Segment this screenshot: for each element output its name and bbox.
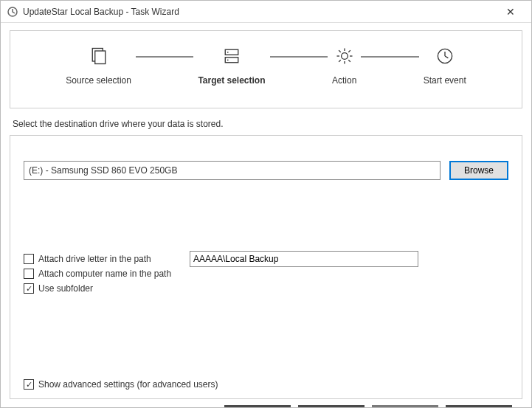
advanced-label: Show advanced settings (for advanced use…	[38, 379, 218, 390]
gear-icon	[333, 44, 356, 68]
body-panel: Browse Attach drive letter in the path A…	[10, 135, 522, 399]
app-icon	[7, 6, 18, 18]
attach-computer-label: Attach computer name in the path	[38, 269, 171, 279]
step-action-label: Action	[332, 75, 356, 86]
destination-input[interactable]	[24, 161, 441, 180]
svg-line-14	[339, 60, 341, 62]
svg-point-7	[341, 53, 348, 60]
advanced-row: Show advanced settings (for advanced use…	[24, 379, 218, 390]
attach-drive-checkbox[interactable]	[24, 254, 34, 264]
attach-computer-checkbox[interactable]	[24, 269, 34, 279]
advanced-checkbox[interactable]	[24, 379, 34, 390]
documents-icon	[87, 44, 111, 68]
titlebar: UpdateStar Local Backup - Task Wizard ✕	[1, 1, 531, 23]
footer-buttons: < Back Next > Complete Cancel	[10, 401, 522, 408]
svg-line-15	[348, 50, 350, 52]
browse-button[interactable]: Browse	[449, 161, 508, 180]
options-group: Attach drive letter in the path Attach c…	[24, 254, 508, 298]
svg-point-5	[227, 52, 229, 53]
use-subfolder-label: Use subfolder	[38, 283, 93, 294]
next-button[interactable]: Next >	[298, 405, 365, 408]
svg-line-13	[348, 60, 350, 62]
cancel-button[interactable]: Cancel	[446, 405, 512, 408]
window-title: UpdateStar Local Backup - Task Wizard	[23, 7, 496, 17]
subfolder-input[interactable]	[190, 251, 418, 267]
step-action[interactable]: Action	[328, 44, 361, 86]
step-target-label: Target selection	[198, 75, 265, 86]
svg-rect-2	[94, 51, 105, 64]
attach-drive-label: Attach drive letter in the path	[38, 254, 151, 264]
svg-line-18	[445, 56, 448, 58]
drive-icon	[220, 44, 243, 68]
use-subfolder-checkbox[interactable]	[24, 283, 34, 294]
complete-button: Complete	[372, 405, 438, 408]
content-area: Source selection Target selection Action…	[1, 23, 531, 408]
destination-row: Browse	[24, 161, 508, 180]
svg-point-6	[227, 59, 229, 60]
instruction-text: Select the destination drive where your …	[13, 119, 522, 129]
back-button[interactable]: < Back	[224, 405, 291, 408]
svg-line-12	[339, 50, 341, 52]
step-start[interactable]: Start event	[419, 44, 471, 86]
option-use-subfolder: Use subfolder	[24, 283, 508, 294]
close-button[interactable]: ✕	[496, 6, 525, 18]
step-source[interactable]: Source selection	[61, 44, 136, 86]
wizard-steps-panel: Source selection Target selection Action…	[10, 30, 522, 108]
step-target[interactable]: Target selection	[193, 44, 269, 86]
step-source-label: Source selection	[66, 75, 131, 86]
step-start-label: Start event	[424, 75, 466, 86]
clock-icon	[433, 44, 457, 68]
option-attach-computer: Attach computer name in the path	[24, 269, 508, 279]
